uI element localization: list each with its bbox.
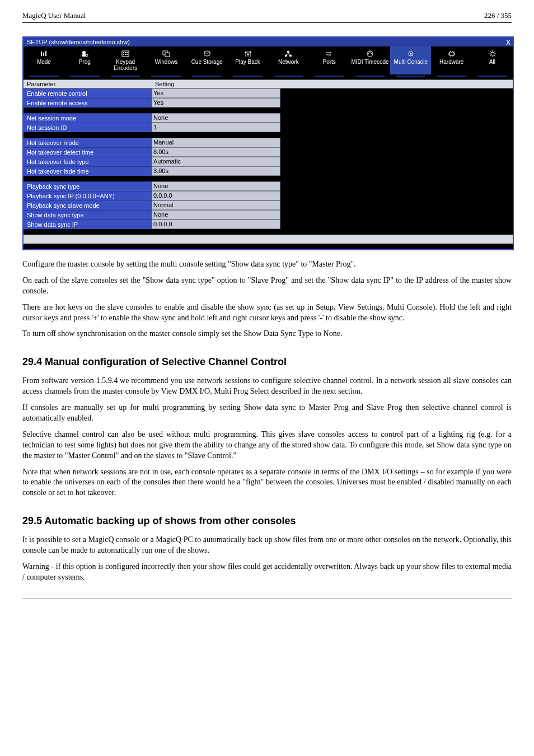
paragraph: Selective channel control can also be us…: [22, 430, 512, 461]
svg-rect-22: [287, 51, 289, 53]
svg-rect-1: [43, 53, 44, 56]
tab-label: Cue Storage: [191, 59, 223, 65]
keypad-icon: [106, 50, 145, 58]
paragraph: If consoles are manually set up for mult…: [22, 403, 512, 424]
tab-windows[interactable]: Windows: [146, 46, 186, 74]
svg-point-15: [204, 51, 210, 53]
tab-multi-console[interactable]: Multi Console: [390, 46, 431, 74]
svg-point-33: [410, 53, 411, 55]
table-row: Playback sync slave mode Normal: [24, 200, 513, 210]
section-heading-29-5: 29.5 Automatic backing up of shows from …: [22, 515, 512, 527]
tab-label: Keypad Encoders: [114, 59, 137, 71]
network-icon: [269, 50, 308, 58]
param-label: Playback sync IP (0.0.0.0=ANY): [24, 191, 152, 200]
param-value[interactable]: Normal: [152, 200, 280, 210]
tab-midi-timecode[interactable]: MIDI Timecode: [350, 46, 391, 74]
tab-ports[interactable]: Ports: [309, 46, 350, 74]
settings-tabs: Mode Prog Keypad Encoders Windows: [24, 46, 513, 74]
param-value[interactable]: 8.00s: [152, 147, 280, 157]
param-value[interactable]: Manual: [152, 138, 280, 147]
param-value[interactable]: None: [152, 113, 280, 123]
svg-rect-9: [127, 52, 128, 53]
svg-rect-11: [125, 54, 126, 55]
tab-label: Prog: [79, 59, 91, 65]
paragraph: On each of the slave consoles set the "S…: [22, 276, 512, 297]
svg-point-31: [369, 52, 371, 53]
col-setting: Setting: [152, 80, 513, 88]
svg-point-29: [368, 53, 369, 54]
tab-label: All: [489, 59, 495, 65]
table-row: Enable remote control Yes: [24, 88, 513, 98]
gear-icon: [391, 50, 430, 58]
svg-rect-21: [249, 52, 251, 53]
param-label: Hot takeover detect time: [24, 147, 152, 157]
tab-label: Mode: [37, 59, 51, 65]
tab-label: Hardware: [439, 59, 463, 65]
param-value[interactable]: Yes: [152, 88, 280, 98]
tab-cue-storage[interactable]: Cue Storage: [186, 46, 227, 74]
svg-rect-23: [285, 55, 287, 57]
param-value[interactable]: 3.00s: [152, 166, 280, 176]
paragraph: Warning - if this option is configured i…: [22, 562, 512, 583]
footer-rule: [22, 599, 512, 599]
param-value[interactable]: None: [152, 181, 280, 191]
param-value[interactable]: 1: [152, 123, 280, 132]
param-value[interactable]: 0.0.0.0: [152, 191, 280, 200]
header-rule: [22, 22, 512, 23]
tab-network[interactable]: Network: [268, 46, 309, 74]
cog-icon: [473, 50, 512, 58]
param-value[interactable]: Automatic: [152, 157, 280, 166]
param-label: Show data sync type: [24, 210, 152, 220]
param-value[interactable]: 0.0.0.0: [152, 220, 280, 229]
svg-line-48: [490, 52, 491, 53]
bottom-strip: [24, 235, 513, 244]
table-row: Show data sync IP 0.0.0.0: [24, 220, 513, 229]
page-header: MagicQ User Manual 226 / 355: [22, 11, 512, 20]
table-row: Hot takeover detect time 8.00s: [24, 147, 513, 157]
param-value[interactable]: None: [152, 210, 280, 220]
tab-label: Play Back: [235, 59, 260, 65]
tab-prog[interactable]: Prog: [64, 46, 105, 74]
tab-all[interactable]: All: [472, 46, 513, 74]
svg-rect-0: [41, 52, 42, 56]
tab-label: Network: [278, 59, 299, 65]
tab-play-back[interactable]: Play Back: [227, 46, 268, 74]
col-parameter: Parameter: [24, 80, 152, 88]
tab-label: Multi Console: [394, 59, 428, 65]
param-value[interactable]: Yes: [152, 98, 280, 108]
tab-label: MIDI Timecode: [351, 59, 388, 65]
svg-line-27: [288, 54, 291, 55]
param-label: Hot takeover fade time: [24, 166, 152, 176]
svg-point-30: [371, 53, 372, 54]
table-row: Show data sync type None: [24, 210, 513, 220]
svg-rect-10: [123, 54, 124, 55]
param-label: Enable remote access: [24, 98, 152, 108]
tab-hardware[interactable]: Hardware: [431, 46, 472, 74]
window-title: SETUP (show/demos/robedemo.shw): [27, 39, 130, 45]
database-icon: [188, 50, 226, 58]
midi-icon: [351, 50, 390, 58]
svg-line-26: [286, 54, 288, 55]
table-row: Hot takeover fade time 3.00s: [24, 166, 513, 176]
svg-rect-19: [247, 54, 249, 55]
param-label: Hot takeover fade type: [24, 157, 152, 166]
user-gear-icon: [65, 50, 104, 58]
param-label: Net session ID: [24, 123, 152, 132]
table-row: Playback sync type None: [24, 181, 513, 191]
param-label: Enable remote control: [24, 88, 152, 98]
param-label: Hot takeover mode: [24, 138, 152, 147]
header-page-number: 226 / 355: [484, 11, 512, 20]
tab-mode[interactable]: Mode: [24, 46, 64, 74]
table-row: Net session ID 1: [24, 123, 513, 132]
paragraph: Note that when network sessions are not …: [22, 467, 512, 499]
header-title: MagicQ User Manual: [22, 11, 86, 20]
close-icon[interactable]: X: [506, 39, 510, 46]
param-label: Playback sync slave mode: [24, 200, 152, 210]
tab-keypad-encoders[interactable]: Keypad Encoders: [105, 46, 146, 74]
chip-icon: [432, 50, 471, 58]
paragraph: To turn off show synchronisation on the …: [22, 329, 512, 339]
svg-line-49: [494, 55, 495, 57]
tab-label: Windows: [155, 59, 178, 65]
settings-header-row: Parameter Setting: [24, 80, 513, 88]
svg-rect-24: [289, 55, 292, 57]
